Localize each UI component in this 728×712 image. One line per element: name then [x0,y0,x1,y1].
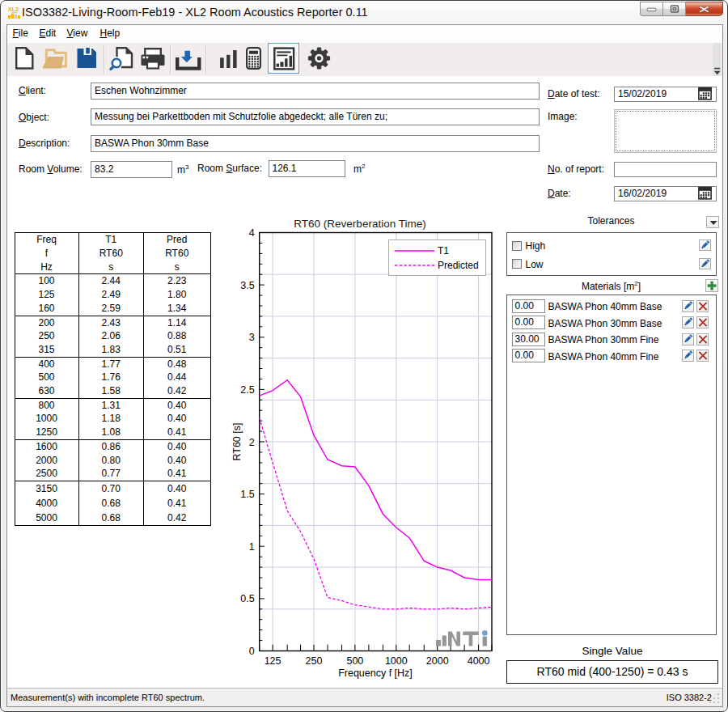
svg-text:500: 500 [346,655,363,667]
svg-text:4: 4 [249,227,255,239]
svg-text:Predicted: Predicted [438,260,479,271]
svg-text:0.5: 0.5 [240,593,254,604]
svg-text:1000: 1000 [385,655,408,667]
svg-text:125: 125 [265,655,281,667]
svg-text:250: 250 [306,655,323,667]
svg-text:2000: 2000 [426,655,449,667]
svg-text:0: 0 [249,646,255,657]
svg-text:1: 1 [249,541,255,553]
svg-text:2.5: 2.5 [240,384,254,396]
svg-text:4000: 4000 [468,655,490,667]
svg-text:3: 3 [249,332,255,343]
svg-text:3.5: 3.5 [240,280,254,291]
svg-text:RT60 [s]: RT60 [s] [231,422,243,460]
svg-text:RT60 (Reverberation Time): RT60 (Reverberation Time) [294,218,425,230]
svg-text:2: 2 [249,437,255,448]
svg-text:T1: T1 [438,245,449,256]
svg-text:Frequency f [Hz]: Frequency f [Hz] [338,668,413,679]
svg-text:1.5: 1.5 [240,489,254,500]
